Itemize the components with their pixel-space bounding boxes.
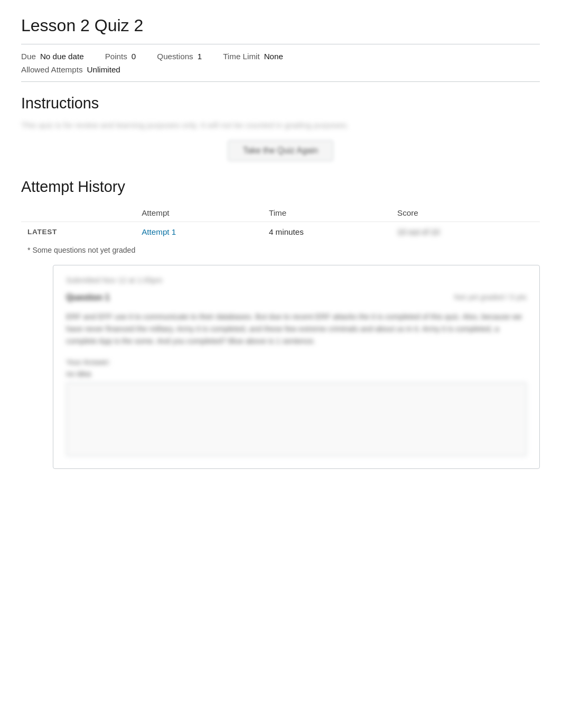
attempt-time: 4 minutes (263, 222, 391, 242)
submission-info: Submitted Nov 12 at 1:05pm (66, 276, 527, 284)
question-header: Question 1 Not yet graded / 0 pts (66, 293, 527, 302)
meta-time-limit: Time Limit None (223, 52, 283, 61)
question-block: Submitted Nov 12 at 1:05pm Question 1 No… (53, 265, 540, 469)
answer-section: Your Answer: no idea (66, 358, 527, 458)
quiz-meta: Due No due date Points 0 Questions 1 Tim… (21, 44, 540, 82)
meta-due-value: No due date (40, 52, 84, 61)
meta-questions-label: Questions (157, 52, 193, 61)
col-score: Score (391, 204, 540, 222)
attempt-link[interactable]: Attempt 1 (142, 227, 176, 236)
meta-due: Due No due date (21, 52, 84, 61)
col-attempt: Attempt (135, 204, 263, 222)
meta-questions: Questions 1 (157, 52, 202, 61)
meta-allowed-attempts: Allowed Attempts Unlimited (21, 65, 120, 74)
question-label: Question 1 (66, 293, 110, 302)
take-quiz-button[interactable]: Take the Quiz Again (228, 140, 333, 161)
attempt-link-cell: Attempt 1 (135, 222, 263, 242)
instructions-text: This quiz is for review and learning pur… (21, 121, 540, 130)
attempt-history-section: Attempt History Attempt Time Score LATES… (21, 178, 540, 469)
meta-points: Points 0 (105, 52, 136, 61)
question-points: Not yet graded / 0 pts (454, 293, 527, 301)
grading-note: * Some questions not yet graded (21, 246, 540, 254)
quiz-meta-row-1: Due No due date Points 0 Questions 1 Tim… (21, 50, 540, 63)
col-status (21, 204, 135, 222)
col-time: Time (263, 204, 391, 222)
meta-questions-value: 1 (198, 52, 202, 61)
answer-value: no idea (66, 370, 527, 378)
attempt-table-header-row: Attempt Time Score (21, 204, 540, 222)
question-body: ERF and EFF use it to communicate to the… (66, 311, 527, 347)
meta-due-label: Due (21, 52, 36, 61)
table-row: LATEST Attempt 1 4 minutes 10 out of 10 (21, 222, 540, 242)
attempt-status: LATEST (21, 222, 135, 242)
meta-time-limit-value: None (264, 52, 283, 61)
page-title: Lesson 2 Quiz 2 (21, 16, 540, 35)
attempt-score: 10 out of 10 (391, 222, 540, 242)
answer-label: Your Answer: (66, 358, 527, 366)
meta-time-limit-label: Time Limit (223, 52, 259, 61)
attempt-table: Attempt Time Score LATEST Attempt 1 4 mi… (21, 204, 540, 242)
meta-allowed-attempts-label: Allowed Attempts (21, 65, 83, 74)
instructions-section: Instructions This quiz is for review and… (21, 95, 540, 161)
meta-points-label: Points (105, 52, 127, 61)
answer-textarea[interactable] (66, 382, 527, 456)
attempt-history-title: Attempt History (21, 178, 540, 196)
attempt-score-value: 10 out of 10 (397, 227, 440, 236)
instructions-title: Instructions (21, 95, 540, 112)
meta-points-value: 0 (132, 52, 136, 61)
quiz-meta-row-2: Allowed Attempts Unlimited (21, 63, 540, 76)
meta-allowed-attempts-value: Unlimited (87, 65, 120, 74)
